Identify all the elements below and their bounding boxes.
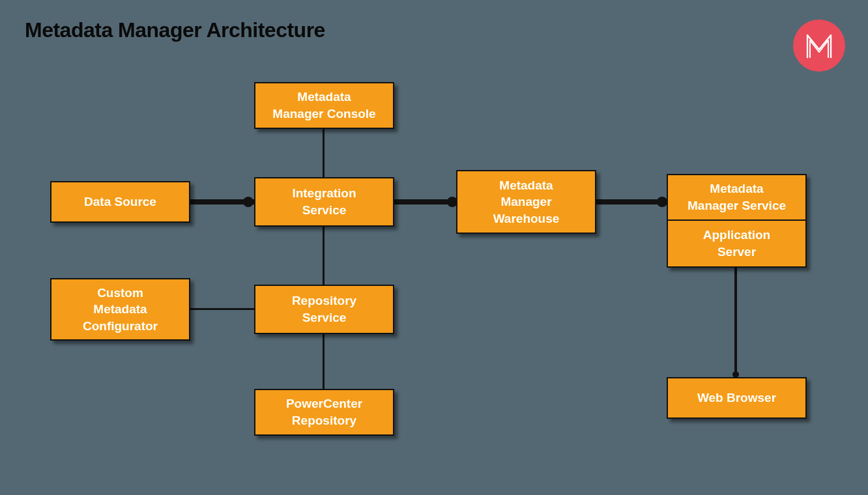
box-metadata-manager-service: MetadataManager Service <box>667 174 807 221</box>
connector-dot <box>243 197 253 207</box>
box-data-source: Data Source <box>50 181 190 223</box>
box-integration-service: IntegrationService <box>254 177 394 227</box>
connector-integration-repository <box>323 225 325 287</box>
box-web-browser: Web Browser <box>667 377 807 419</box>
box-powercenter-repository: PowerCenterRepository <box>254 389 394 436</box>
connector-dot <box>657 197 667 207</box>
box-metadata-manager-warehouse: MetadataManagerWarehouse <box>456 170 596 234</box>
box-repository-service: RepositoryService <box>254 285 394 334</box>
architecture-diagram: Data Source MetadataManager Console Inte… <box>0 0 868 495</box>
connector-appserver-browser <box>734 264 737 384</box>
connector-repository-powercenter <box>323 332 325 391</box>
box-service-appserver-stack: MetadataManager Service ApplicationServe… <box>667 174 807 268</box>
box-metadata-manager-console: MetadataManager Console <box>254 82 394 129</box>
box-custom-metadata-configurator: CustomMetadataConfigurator <box>50 278 190 341</box>
box-application-server: ApplicationServer <box>667 221 807 268</box>
connector-custom-repository <box>188 308 263 310</box>
